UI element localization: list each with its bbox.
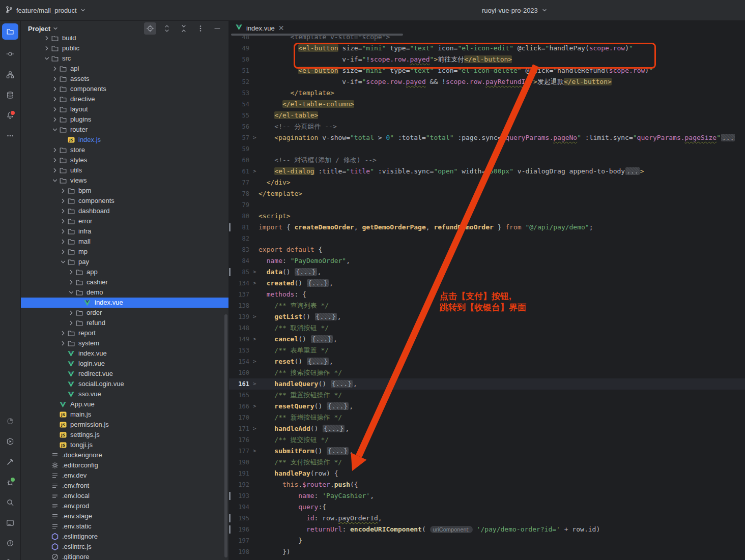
line-number[interactable]: 192 (229, 479, 249, 490)
line-number[interactable]: 138 (229, 300, 249, 311)
code-line-153[interactable]: 153 /** 表单重置 */ (229, 345, 745, 356)
tree-item-components[interactable]: components (21, 196, 229, 206)
close-icon[interactable]: ✕ (278, 24, 284, 32)
line-number[interactable]: 153 (229, 345, 249, 356)
tree-item-demo[interactable]: demo (21, 287, 229, 298)
code-line-160[interactable]: 160 /** 搜索按钮操作 */ (229, 367, 745, 378)
code-line-196[interactable]: 196 returnUrl: encodeURIComponent( uriCo… (229, 524, 745, 535)
tree-item-mp[interactable]: mp (21, 247, 229, 257)
line-number[interactable]: 49 (229, 43, 249, 54)
tree-item-system[interactable]: system (21, 338, 229, 348)
tree-item-login.vue[interactable]: login.vue (21, 359, 229, 369)
version-control-icon[interactable] (2, 554, 18, 560)
code-line-85[interactable]: 85> data() {...}, (229, 267, 745, 278)
tree-item-.env.static[interactable]: .env.static (21, 521, 229, 532)
code-line-139[interactable]: 139> getList() {...}, (229, 311, 745, 322)
chevron-right-icon[interactable] (59, 227, 67, 235)
line-number[interactable]: 190 (229, 457, 249, 468)
code-line-77[interactable]: 77 </div> (229, 177, 745, 188)
code-line-57[interactable]: 57> <pagination v-show="total > 0" :tota… (229, 132, 745, 143)
tree-item-.env.local[interactable]: .env.local (21, 491, 229, 501)
chevron-right-icon[interactable] (67, 268, 75, 276)
line-number[interactable]: 134 (229, 278, 249, 289)
chevron-right-icon[interactable] (59, 238, 67, 246)
kebab-menu-icon[interactable] (194, 22, 207, 35)
tree-item-.env.stage[interactable]: .env.stage (21, 511, 229, 521)
line-number[interactable]: 148 (229, 322, 249, 334)
line-number[interactable]: 165 (229, 390, 249, 401)
run-icon[interactable] (2, 433, 18, 450)
tree-item-.env.front[interactable]: .env.front (21, 481, 229, 491)
code-line-51[interactable]: 51 <el-button size="mini" type="text" ic… (229, 65, 745, 76)
chevron-right-icon[interactable] (59, 329, 67, 337)
project-folder-icon[interactable] (2, 23, 18, 40)
search-icon[interactable] (2, 494, 18, 511)
chevron-right-icon[interactable] (59, 207, 67, 215)
chevron-right-icon[interactable] (59, 339, 67, 347)
line-number[interactable]: 53 (229, 87, 249, 99)
code-line-78[interactable]: 78</template> (229, 188, 745, 199)
code-line-170[interactable]: 170 /** 新增按钮操作 */ (229, 412, 745, 423)
line-number[interactable]: 84 (229, 255, 249, 267)
tree-item-report[interactable]: report (21, 328, 229, 338)
code-line-137[interactable]: 137 methods: { (229, 289, 745, 300)
tree-item-index.vue[interactable]: index.vue (21, 298, 229, 308)
line-number[interactable]: 193 (229, 490, 249, 502)
chevron-right-icon[interactable] (51, 146, 59, 154)
fold-arrow-icon[interactable]: > (253, 132, 256, 143)
tree-item-mall[interactable]: mall (21, 237, 229, 247)
code-line-55[interactable]: 55 </el-table> (229, 110, 745, 121)
chevron-right-icon[interactable] (67, 319, 75, 327)
tree-item-pay[interactable]: pay (21, 257, 229, 267)
code-line-56[interactable]: 56 <!-- 分页组件 --> (229, 121, 745, 132)
code-line-195[interactable]: 195 id: row.payOrderId, (229, 513, 745, 524)
code-line-191[interactable]: 191 handlePay(row) { (229, 468, 745, 479)
code-line-161[interactable]: 161> handleQuery() {...}, (229, 378, 745, 390)
code-line-60[interactable]: 60 <!-- 对话框(添加 / 修改) --> (229, 155, 745, 166)
tree-item-sso.vue[interactable]: sso.vue (21, 389, 229, 399)
line-number[interactable]: 194 (229, 502, 249, 513)
line-number[interactable]: 80 (229, 211, 249, 222)
tree-item-error[interactable]: error (21, 216, 229, 226)
tree-item-.eslintignore[interactable]: .eslintignore (21, 532, 229, 542)
line-number[interactable]: 191 (229, 468, 249, 479)
code-line-166[interactable]: 166> resetQuery() {...}, (229, 401, 745, 412)
line-number[interactable]: 81 (229, 222, 249, 233)
line-number[interactable]: 160 (229, 367, 249, 378)
code-line-194[interactable]: 194 query:{ (229, 502, 745, 513)
line-number[interactable]: 52 (229, 76, 249, 87)
code-line-52[interactable]: 52 v-if="scope.row.payed && !scope.row.p… (229, 76, 745, 87)
chevron-right-icon[interactable] (51, 85, 59, 93)
terminal-icon[interactable] (2, 515, 18, 531)
chevron-right-icon[interactable] (43, 44, 50, 52)
fold-arrow-icon[interactable]: > (253, 356, 256, 367)
tree-item-styles[interactable]: styles (21, 155, 229, 165)
chevron-right-icon[interactable] (51, 105, 59, 113)
code-line-190[interactable]: 190 /** 支付按钮操作 */ (229, 457, 745, 468)
code-line-79[interactable]: 79 (229, 199, 745, 211)
tree-item-order[interactable]: order (21, 308, 229, 318)
line-number[interactable]: 55 (229, 110, 249, 121)
chevron-right-icon[interactable] (51, 75, 59, 83)
fold-arrow-icon[interactable]: > (253, 311, 256, 322)
debug-icon[interactable] (2, 474, 18, 490)
chevron-right-icon[interactable] (51, 65, 59, 73)
tree-item-views[interactable]: views (21, 175, 229, 186)
line-number[interactable]: 166 (229, 401, 249, 412)
code-line-80[interactable]: 80<script> (229, 211, 745, 222)
tree-item-src[interactable]: src (21, 53, 229, 64)
line-number[interactable]: 170 (229, 412, 249, 423)
code-line-171[interactable]: 171> handleAdd() {...}, (229, 423, 745, 434)
build-hammer-icon[interactable] (2, 454, 18, 470)
line-number[interactable]: 196 (229, 524, 249, 535)
line-number[interactable]: 161 (229, 378, 249, 390)
hide-panel-icon[interactable] (211, 22, 223, 35)
project-panel-title[interactable]: Project (28, 25, 59, 33)
line-number[interactable]: 51 (229, 65, 249, 76)
expand-all-icon[interactable] (161, 22, 173, 35)
tree-item-redirect.vue[interactable]: redirect.vue (21, 369, 229, 379)
code-line-82[interactable]: 82 (229, 233, 745, 244)
fold-arrow-icon[interactable]: > (253, 423, 256, 434)
tree-item-components[interactable]: components (21, 84, 229, 94)
project-selector[interactable]: ruoyi-vue-pro-2023 (482, 0, 548, 20)
